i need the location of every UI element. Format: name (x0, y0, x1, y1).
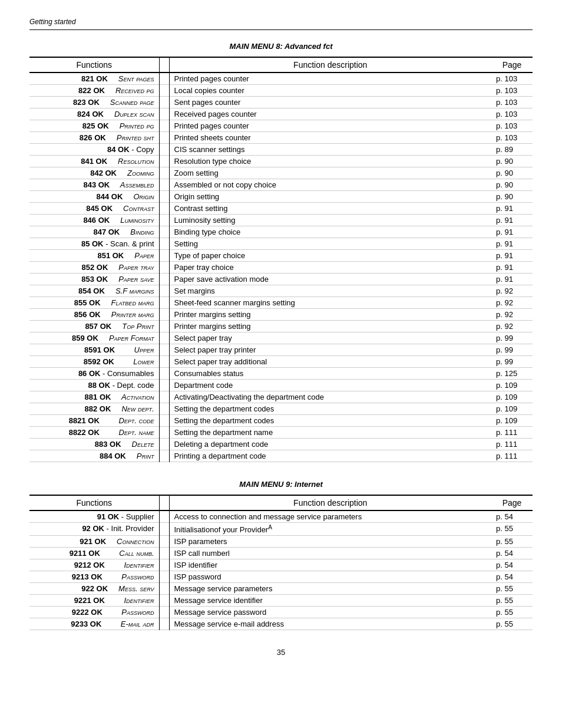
func-number: 825 OK (82, 121, 109, 130)
table-row: 84 OK - CopyCIS scanner settingsp. 89 (29, 144, 533, 156)
table-row: 851 OK PaperType of paper choicep. 91 (29, 250, 533, 262)
func-name: Call numb. (100, 549, 154, 558)
table-row: 883 OK DeleteDeleting a department codep… (29, 439, 533, 450)
func-name: Paper (124, 251, 154, 260)
page-cell: p. 99 (491, 356, 533, 368)
func-number: 92 OK (82, 524, 104, 533)
table-row: 846 OK LuminosityLuminosity settingp. 91 (29, 215, 533, 226)
page-cell: p. 91 (491, 215, 533, 226)
page-cell: p. 92 (491, 321, 533, 332)
func-cell: 842 OK Zooming (29, 167, 159, 179)
page-cell: p. 91 (491, 274, 533, 285)
menu8-title: MAIN MENU 8: Advanced fct (29, 42, 533, 51)
page-cell: p. 103 (491, 120, 533, 132)
divider-cell (159, 167, 169, 179)
divider-cell (159, 427, 169, 439)
func-name: Paper save (108, 275, 154, 284)
func-number: 882 OK (85, 404, 111, 413)
desc-cell: Set margins (169, 285, 491, 297)
table-row: 822 OK Received pgLocal copies counterp.… (29, 85, 533, 97)
page-number: 35 (29, 648, 533, 657)
func-name: - Scan. & print (104, 239, 154, 248)
func-number: 881 OK (85, 393, 111, 401)
func-number: 846 OK (83, 216, 110, 225)
func-name: Printed pg (109, 121, 154, 130)
page-cell: p. 55 (491, 607, 533, 618)
desc-cell: Assembled or not copy choice (169, 179, 491, 191)
func-number: 91 OK (97, 512, 120, 521)
desc-cell: Sent pages counter (169, 97, 491, 108)
func-name: Activation (111, 393, 154, 401)
func-name: Mess. serv (108, 584, 154, 593)
desc-cell: Origin setting (169, 191, 491, 203)
divider-cell (159, 548, 169, 559)
func-name: Luminosity (110, 216, 154, 225)
func-number: 824 OK (77, 110, 104, 118)
desc-cell: ISP call numberl (169, 548, 491, 559)
func-name: E-mail adr (101, 620, 154, 628)
desc-cell: Local copies counter (169, 85, 491, 97)
divider-cell (159, 285, 169, 297)
desc-cell: Contrast setting (169, 203, 491, 215)
func-cell: 8822 OK Dept. name (29, 427, 159, 439)
page-cell: p. 55 (491, 536, 533, 548)
menu8-col-desc: Function description (169, 57, 491, 73)
func-number: 845 OK (86, 204, 113, 213)
divider-cell (159, 120, 169, 132)
func-cell: 854 OK S.F margins (29, 285, 159, 297)
divider-cell (159, 215, 169, 226)
table-row: 843 OK AssembledAssembled or not copy ch… (29, 179, 533, 191)
divider-cell (159, 536, 169, 548)
func-number: 856 OK (74, 310, 101, 319)
func-name: Origin (123, 192, 154, 201)
func-cell: 856 OK Printer marg (29, 309, 159, 321)
table-row: 92 OK - Init. ProviderInitialisationof y… (29, 523, 533, 536)
desc-cell: Sheet-feed scanner margins setting (169, 297, 491, 309)
func-cell: 92 OK - Init. Provider (29, 523, 159, 536)
table-row: 86 OK - ConsumablesConsumables statusp. … (29, 368, 533, 380)
table-row: 852 OK Paper trayPaper tray choicep. 91 (29, 262, 533, 274)
desc-cell: Message service e-mail address (169, 618, 491, 630)
table-row: 9222 OK PasswordMessage service password… (29, 607, 533, 618)
func-cell: 8592 OK Lower (29, 356, 159, 368)
table-row: 921 OK ConnectionISP parametersp. 55 (29, 536, 533, 548)
menu9-col-divider (159, 495, 169, 510)
func-cell: 9222 OK Password (29, 607, 159, 618)
desc-cell: Consumables status (169, 368, 491, 380)
divider-cell (159, 510, 169, 523)
table-row: 853 OK Paper savePaper save activation m… (29, 274, 533, 285)
func-name: Paper Format (98, 334, 154, 342)
divider-cell (159, 439, 169, 450)
func-cell: 88 OK - Dept. code (29, 380, 159, 391)
table-row: 85 OK - Scan. & printSettingp. 91 (29, 238, 533, 250)
func-cell: 822 OK Received pg (29, 85, 159, 97)
func-cell: 922 OK Mess. serv (29, 583, 159, 595)
func-cell: 91 OK - Supplier (29, 510, 159, 523)
table-row: 845 OK ContrastContrast settingp. 91 (29, 203, 533, 215)
page-cell: p. 99 (491, 332, 533, 344)
func-cell: 851 OK Paper (29, 250, 159, 262)
desc-cell: Type of paper choice (169, 250, 491, 262)
func-number: 9222 OK (72, 608, 103, 617)
table-row: 884 OK PrintPrinting a department codep.… (29, 450, 533, 462)
page-cell: p. 103 (491, 97, 533, 108)
divider-cell (159, 583, 169, 595)
divider-cell (159, 380, 169, 391)
divider-cell (159, 132, 169, 144)
func-cell: 882 OK New dept. (29, 403, 159, 415)
divider-cell (159, 356, 169, 368)
func-number: 821 OK (81, 74, 108, 83)
func-name: Password (103, 572, 154, 581)
menu8-col-divider (159, 57, 169, 73)
divider-cell (159, 309, 169, 321)
divider-cell (159, 332, 169, 344)
menu8-table: Functions Function description Page 821 … (29, 57, 533, 462)
page-cell: p. 103 (491, 132, 533, 144)
desc-cell: Zoom setting (169, 167, 491, 179)
table-row: 8591 OK UpperSelect paper tray printerp.… (29, 344, 533, 356)
func-cell: 859 OK Paper Format (29, 332, 159, 344)
func-cell: 9221 OK Identifier (29, 595, 159, 607)
page-cell: p. 91 (491, 238, 533, 250)
page-cell: p. 103 (491, 108, 533, 120)
page-header: Getting started (29, 18, 533, 30)
